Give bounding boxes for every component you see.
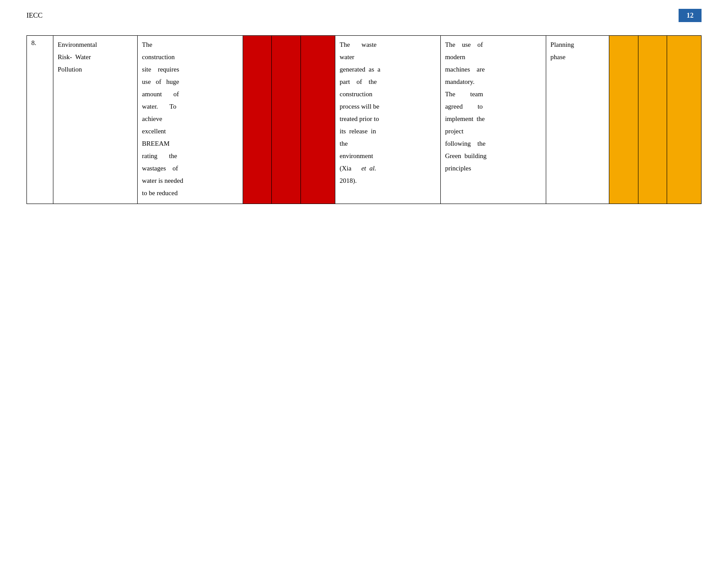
crit-line-3: generated as a	[340, 64, 436, 75]
measures-cell: The use of modern machines are mandatory…	[440, 36, 546, 204]
crit-line-5: construction	[340, 89, 436, 99]
crit-line-11: (Xia et al.	[340, 163, 436, 174]
orange-val-3: 4	[669, 39, 699, 49]
category-line-3: Pollution	[58, 64, 133, 75]
crit-line-7: treated prior to	[340, 113, 436, 124]
desc-line-5: amount of	[142, 89, 238, 99]
crit-line-8: its release in	[340, 126, 436, 136]
category-text: Environmental Risk- Water Pollution	[58, 39, 133, 75]
desc-line-4: use of huge	[142, 76, 238, 87]
red-col-1: 5	[243, 36, 272, 204]
criteria-cell: The waste water generated as a part of t…	[335, 36, 440, 204]
description-cell: The construction site requires use of hu…	[137, 36, 243, 204]
table-row: 8. Environmental Risk- Water Pollution T…	[27, 36, 702, 204]
meas-line-2: modern	[445, 52, 541, 62]
desc-line-6: water. To	[142, 101, 238, 112]
measures-text: The use of modern machines are mandatory…	[445, 39, 541, 174]
crit-line-12: 2018).	[340, 175, 436, 186]
meas-line-7: implement the	[445, 113, 541, 124]
meas-line-8: project	[445, 126, 541, 136]
crit-line-9: the	[340, 138, 436, 149]
page: IECC 12 8. Environmental Risk- Water Pol…	[0, 0, 728, 563]
category-line-1: Environmental	[58, 39, 133, 50]
red-val-1: 5	[245, 39, 270, 49]
meas-line-6: agreed to	[445, 101, 541, 112]
main-table: 8. Environmental Risk- Water Pollution T…	[26, 35, 702, 204]
red-col-2: 5	[272, 36, 301, 204]
desc-line-3: site requires	[142, 64, 238, 75]
crit-line-4: part of the	[340, 76, 436, 87]
meas-line-10: Green building	[445, 151, 541, 161]
phase-line-2: phase	[551, 52, 604, 62]
orange-col-2: 2	[638, 36, 667, 204]
red-val-3: 25	[303, 39, 333, 49]
crit-line-2: water	[340, 52, 436, 62]
desc-line-12: water is needed	[142, 175, 238, 186]
meas-line-5: The team	[445, 89, 541, 99]
criteria-text: The waste water generated as a part of t…	[340, 39, 436, 186]
red-val-2: 5	[274, 39, 299, 49]
phase-line-1: Planning	[551, 39, 604, 50]
crit-line-10: environment	[340, 151, 436, 161]
desc-line-9: BREEAM	[142, 138, 238, 149]
meas-line-11: principles	[445, 163, 541, 174]
category-line-2: Risk- Water	[58, 52, 133, 62]
orange-val-1: 2	[611, 39, 636, 49]
desc-line-2: construction	[142, 52, 238, 62]
phase-cell: Planning phase	[546, 36, 609, 204]
header: IECC 12	[26, 9, 702, 22]
desc-line-7: achieve	[142, 113, 238, 124]
header-title: IECC	[26, 11, 42, 19]
desc-line-8: excellent	[142, 126, 238, 136]
description-text: The construction site requires use of hu…	[142, 39, 238, 198]
meas-line-3: machines are	[445, 64, 541, 75]
red-col-3: 25	[301, 36, 335, 204]
meas-line-4: mandatory.	[445, 76, 541, 87]
orange-col-3: 4	[667, 36, 702, 204]
page-number: 12	[679, 9, 702, 22]
row-number-cell: 8.	[27, 36, 53, 204]
orange-val-2: 2	[640, 39, 665, 49]
orange-col-1: 2	[609, 36, 638, 204]
phase-text: Planning phase	[551, 39, 604, 62]
desc-line-10: rating the	[142, 151, 238, 161]
crit-line-1: The waste	[340, 39, 436, 50]
meas-line-9: following the	[445, 138, 541, 149]
row-number: 8.	[31, 39, 36, 46]
desc-line-1: The	[142, 39, 238, 50]
meas-line-1: The use of	[445, 39, 541, 50]
desc-line-13: to be reduced	[142, 188, 238, 198]
desc-line-11: wastages of	[142, 163, 238, 174]
crit-line-6: process will be	[340, 101, 436, 112]
category-cell: Environmental Risk- Water Pollution	[53, 36, 137, 204]
